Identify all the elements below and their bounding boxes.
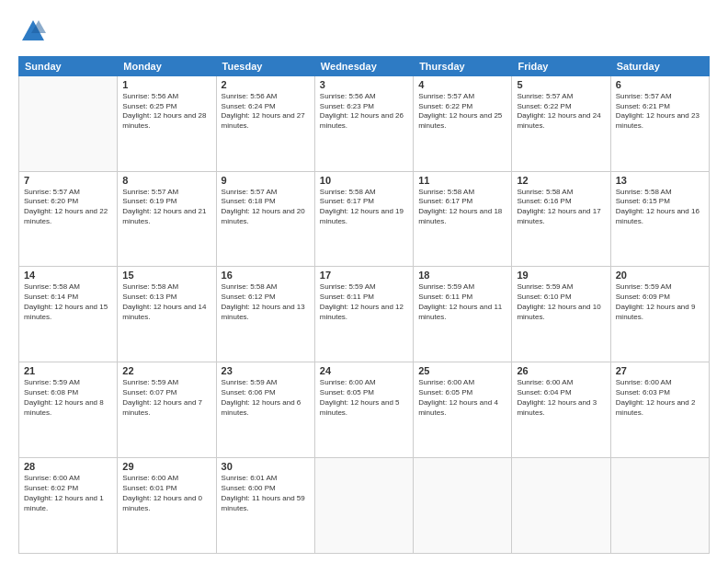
day-number: 2: [222, 79, 310, 90]
calendar-header-row: SundayMondayTuesdayWednesdayThursdayFrid…: [19, 56, 710, 75]
cell-info: Sunrise: 6:00 AMSunset: 6:01 PMDaylight:…: [122, 474, 210, 513]
day-number: 28: [24, 461, 112, 472]
day-number: 14: [24, 270, 112, 281]
calendar-cell: 29Sunrise: 6:00 AMSunset: 6:01 PMDayligh…: [118, 458, 216, 554]
calendar-body: 1Sunrise: 5:56 AMSunset: 6:25 PMDaylight…: [19, 75, 710, 553]
day-number: 26: [517, 365, 605, 376]
calendar-cell: [314, 458, 413, 554]
day-of-week-header: Tuesday: [216, 56, 314, 75]
cell-info: Sunrise: 5:59 AMSunset: 6:11 PMDaylight:…: [320, 282, 408, 322]
calendar-cell: 22Sunrise: 5:59 AMSunset: 6:07 PMDayligh…: [118, 362, 216, 458]
calendar-cell: 24Sunrise: 6:00 AMSunset: 6:05 PMDayligh…: [314, 362, 413, 458]
day-of-week-header: Friday: [512, 56, 610, 75]
calendar-week-row: 7Sunrise: 5:57 AMSunset: 6:20 PMDaylight…: [19, 171, 710, 267]
calendar-cell: 8Sunrise: 5:57 AMSunset: 6:19 PMDaylight…: [118, 171, 216, 267]
cell-info: Sunrise: 5:57 AMSunset: 6:19 PMDaylight:…: [122, 188, 210, 227]
cell-info: Sunrise: 6:00 AMSunset: 6:02 PMDaylight:…: [24, 474, 112, 513]
calendar-cell: 1Sunrise: 5:56 AMSunset: 6:25 PMDaylight…: [118, 75, 216, 171]
calendar-cell: 13Sunrise: 5:58 AMSunset: 6:15 PMDayligh…: [610, 171, 709, 267]
calendar-week-row: 28Sunrise: 6:00 AMSunset: 6:02 PMDayligh…: [19, 458, 710, 554]
day-number: 22: [122, 365, 210, 376]
calendar-cell: 23Sunrise: 5:59 AMSunset: 6:06 PMDayligh…: [216, 362, 314, 458]
calendar-cell: 18Sunrise: 5:59 AMSunset: 6:11 PMDayligh…: [414, 267, 512, 362]
day-number: 10: [320, 175, 408, 186]
logo-icon: [20, 18, 46, 44]
cell-info: Sunrise: 5:56 AMSunset: 6:25 PMDaylight:…: [122, 92, 210, 132]
day-number: 4: [418, 79, 506, 90]
calendar-cell: 16Sunrise: 5:58 AMSunset: 6:12 PMDayligh…: [216, 267, 314, 362]
calendar-table: SundayMondayTuesdayWednesdayThursdayFrid…: [18, 56, 710, 554]
day-of-week-header: Monday: [118, 56, 216, 75]
day-number: 23: [222, 365, 310, 376]
cell-info: Sunrise: 5:58 AMSunset: 6:12 PMDaylight:…: [222, 282, 310, 322]
calendar-cell: 6Sunrise: 5:57 AMSunset: 6:21 PMDaylight…: [610, 75, 709, 171]
header: [18, 15, 710, 49]
day-number: 19: [517, 270, 605, 281]
cell-info: Sunrise: 6:01 AMSunset: 6:00 PMDaylight:…: [222, 474, 310, 513]
cell-info: Sunrise: 5:59 AMSunset: 6:07 PMDaylight:…: [122, 378, 210, 418]
day-number: 6: [616, 79, 704, 90]
calendar-cell: [19, 75, 118, 171]
day-number: 13: [616, 175, 704, 186]
calendar-cell: 3Sunrise: 5:56 AMSunset: 6:23 PMDaylight…: [314, 75, 413, 171]
cell-info: Sunrise: 5:59 AMSunset: 6:06 PMDaylight:…: [222, 378, 310, 418]
cell-info: Sunrise: 5:57 AMSunset: 6:22 PMDaylight:…: [418, 92, 506, 132]
day-of-week-header: Saturday: [610, 56, 709, 75]
cell-info: Sunrise: 6:00 AMSunset: 6:05 PMDaylight:…: [320, 378, 408, 418]
calendar-week-row: 1Sunrise: 5:56 AMSunset: 6:25 PMDaylight…: [19, 75, 710, 171]
day-number: 18: [418, 270, 506, 281]
day-number: 29: [122, 461, 210, 472]
day-number: 12: [517, 175, 605, 186]
calendar-week-row: 21Sunrise: 5:59 AMSunset: 6:08 PMDayligh…: [19, 362, 710, 458]
day-number: 7: [24, 175, 112, 186]
day-number: 5: [517, 79, 605, 90]
calendar-cell: 5Sunrise: 5:57 AMSunset: 6:22 PMDaylight…: [512, 75, 610, 171]
day-number: 3: [320, 79, 408, 90]
cell-info: Sunrise: 5:58 AMSunset: 6:15 PMDaylight:…: [616, 188, 704, 227]
day-number: 9: [222, 175, 310, 186]
cell-info: Sunrise: 5:57 AMSunset: 6:21 PMDaylight:…: [616, 92, 704, 132]
calendar-cell: 2Sunrise: 5:56 AMSunset: 6:24 PMDaylight…: [216, 75, 314, 171]
day-number: 24: [320, 365, 408, 376]
calendar-cell: 25Sunrise: 6:00 AMSunset: 6:05 PMDayligh…: [414, 362, 512, 458]
day-number: 15: [122, 270, 210, 281]
calendar-week-row: 14Sunrise: 5:58 AMSunset: 6:14 PMDayligh…: [19, 267, 710, 362]
cell-info: Sunrise: 5:59 AMSunset: 6:08 PMDaylight:…: [24, 378, 112, 418]
day-number: 16: [222, 270, 310, 281]
day-of-week-header: Thursday: [414, 56, 512, 75]
cell-info: Sunrise: 5:58 AMSunset: 6:13 PMDaylight:…: [122, 282, 210, 322]
calendar-cell: 26Sunrise: 6:00 AMSunset: 6:04 PMDayligh…: [512, 362, 610, 458]
day-number: 25: [418, 365, 506, 376]
calendar-cell: 14Sunrise: 5:58 AMSunset: 6:14 PMDayligh…: [19, 267, 118, 362]
cell-info: Sunrise: 5:57 AMSunset: 6:22 PMDaylight:…: [517, 92, 605, 132]
calendar-cell: 9Sunrise: 5:57 AMSunset: 6:18 PMDaylight…: [216, 171, 314, 267]
calendar-cell: 11Sunrise: 5:58 AMSunset: 6:17 PMDayligh…: [414, 171, 512, 267]
day-number: 8: [122, 175, 210, 186]
calendar-cell: 19Sunrise: 5:59 AMSunset: 6:10 PMDayligh…: [512, 267, 610, 362]
cell-info: Sunrise: 6:00 AMSunset: 6:03 PMDaylight:…: [616, 378, 704, 418]
cell-info: Sunrise: 5:57 AMSunset: 6:18 PMDaylight:…: [222, 188, 310, 227]
day-number: 21: [24, 365, 112, 376]
day-of-week-header: Sunday: [19, 56, 118, 75]
cell-info: Sunrise: 6:00 AMSunset: 6:05 PMDaylight:…: [418, 378, 506, 418]
calendar-cell: 21Sunrise: 5:59 AMSunset: 6:08 PMDayligh…: [19, 362, 118, 458]
day-number: 27: [616, 365, 704, 376]
logo: [18, 18, 46, 49]
calendar-cell: 17Sunrise: 5:59 AMSunset: 6:11 PMDayligh…: [314, 267, 413, 362]
cell-info: Sunrise: 5:58 AMSunset: 6:17 PMDaylight:…: [418, 188, 506, 227]
calendar-cell: [512, 458, 610, 554]
calendar-cell: 7Sunrise: 5:57 AMSunset: 6:20 PMDaylight…: [19, 171, 118, 267]
calendar-cell: [414, 458, 512, 554]
day-number: 17: [320, 270, 408, 281]
calendar-cell: 15Sunrise: 5:58 AMSunset: 6:13 PMDayligh…: [118, 267, 216, 362]
day-number: 11: [418, 175, 506, 186]
cell-info: Sunrise: 5:59 AMSunset: 6:10 PMDaylight:…: [517, 282, 605, 322]
page: SundayMondayTuesdayWednesdayThursdayFrid…: [0, 0, 728, 563]
cell-info: Sunrise: 5:56 AMSunset: 6:23 PMDaylight:…: [320, 92, 408, 132]
cell-info: Sunrise: 5:56 AMSunset: 6:24 PMDaylight:…: [222, 92, 310, 132]
calendar-cell: 30Sunrise: 6:01 AMSunset: 6:00 PMDayligh…: [216, 458, 314, 554]
cell-info: Sunrise: 5:59 AMSunset: 6:11 PMDaylight:…: [418, 282, 506, 322]
cell-info: Sunrise: 6:00 AMSunset: 6:04 PMDaylight:…: [517, 378, 605, 418]
calendar-cell: 20Sunrise: 5:59 AMSunset: 6:09 PMDayligh…: [610, 267, 709, 362]
calendar-cell: 27Sunrise: 6:00 AMSunset: 6:03 PMDayligh…: [610, 362, 709, 458]
